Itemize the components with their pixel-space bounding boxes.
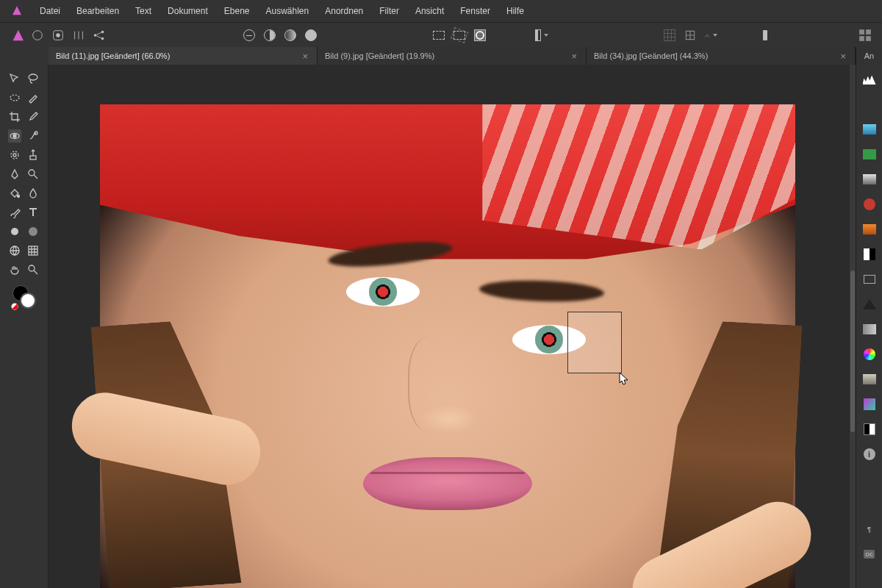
left-toolbox xyxy=(0,65,49,588)
menu-ebene[interactable]: Ebene xyxy=(224,6,250,16)
doctab-0[interactable]: Bild (11).jpg [Geändert] (66.0%) × xyxy=(49,47,318,65)
shape-tool[interactable] xyxy=(8,225,21,238)
close-icon[interactable]: × xyxy=(839,51,847,62)
pen-tool[interactable] xyxy=(8,168,21,181)
assistant-dropdown[interactable] xyxy=(704,29,717,42)
nav-thumb-icon[interactable] xyxy=(862,272,877,287)
scrollbar-thumb[interactable] xyxy=(850,270,855,432)
swatch-patch[interactable] xyxy=(862,372,877,387)
color-wheel-icon[interactable] xyxy=(862,347,877,362)
menu-ansicht[interactable]: Ansicht xyxy=(415,6,444,16)
snap-guides-icon[interactable] xyxy=(684,29,697,42)
close-icon[interactable]: × xyxy=(301,51,309,62)
close-icon[interactable]: × xyxy=(570,51,578,62)
menu-datei[interactable]: Datei xyxy=(40,6,60,16)
oc-panel-icon[interactable]: oc xyxy=(862,547,877,562)
mesh-warp-tool[interactable] xyxy=(8,244,21,257)
flood-fill-tool[interactable] xyxy=(8,187,21,200)
paint-brush-tool[interactable] xyxy=(8,206,21,219)
doctab-1[interactable]: Bild (9).jpg [Geändert] (19.9%) × xyxy=(318,47,587,65)
zoom-tool[interactable] xyxy=(26,263,40,276)
fill-preview-dropdown[interactable] xyxy=(535,29,548,42)
selection-brush-tool[interactable] xyxy=(8,148,21,162)
brush-tool[interactable] xyxy=(26,91,40,104)
svg-point-21 xyxy=(29,227,37,236)
cursor-icon xyxy=(619,372,629,387)
menu-auswaehlen[interactable]: Auswählen xyxy=(265,6,309,16)
svg-point-11 xyxy=(10,95,19,101)
persona-photo-icon[interactable] xyxy=(10,29,24,42)
svg-point-24 xyxy=(29,265,35,271)
selection-cross-icon[interactable] xyxy=(453,29,466,42)
svg-rect-8 xyxy=(859,36,864,41)
menu-bearbeiten[interactable]: Bearbeiten xyxy=(76,6,119,16)
red-eye-selection-box[interactable] xyxy=(567,312,622,373)
persona-liquify-icon[interactable] xyxy=(31,29,44,42)
histogram-panel-icon[interactable] xyxy=(862,72,877,87)
svg-rect-17 xyxy=(30,156,36,159)
dodge-tool[interactable] xyxy=(26,168,40,181)
snap-grid-icon[interactable] xyxy=(663,29,676,42)
svg-point-13 xyxy=(13,135,16,137)
asset-tool[interactable] xyxy=(26,244,40,257)
doctab-2[interactable]: Bild (34).jpg [Geändert] (44.3%) × xyxy=(587,47,856,65)
swatch-bw[interactable] xyxy=(862,247,877,262)
ellipse-marquee-tool[interactable] xyxy=(8,91,21,104)
color-picker-tool[interactable] xyxy=(26,110,40,123)
blur-tool[interactable] xyxy=(26,187,40,200)
grad-ramp-desat[interactable] xyxy=(862,322,877,337)
panel-overflow-tab[interactable]: An xyxy=(856,47,882,65)
pan-tool[interactable] xyxy=(8,263,21,276)
app-logo-icon xyxy=(10,4,24,18)
arrange-panels-icon[interactable] xyxy=(858,29,872,42)
menu-dokument[interactable]: Dokument xyxy=(168,6,208,16)
grad-ramp-dark[interactable] xyxy=(862,297,877,312)
swatch-green[interactable] xyxy=(862,147,877,162)
tonal-gradient-icon[interactable] xyxy=(284,29,297,42)
color-foreground-background[interactable] xyxy=(12,285,36,309)
selection-rect-icon[interactable] xyxy=(432,29,445,42)
document-canvas[interactable] xyxy=(100,104,795,588)
help-info-icon[interactable] xyxy=(759,29,772,42)
circle-red-icon[interactable] xyxy=(862,197,877,212)
quick-mask-icon[interactable] xyxy=(473,29,487,42)
tonal-full-icon[interactable] xyxy=(304,29,318,42)
color-foreground-swatch[interactable] xyxy=(20,293,36,309)
text-tool[interactable] xyxy=(26,206,40,219)
color-default-icon[interactable] xyxy=(11,303,18,310)
canvas-viewport[interactable] xyxy=(49,65,856,588)
red-eye-tool[interactable] xyxy=(8,129,21,143)
swatch-gray[interactable] xyxy=(862,172,877,187)
persona-tone-icon[interactable] xyxy=(72,29,85,42)
menu-text[interactable]: Text xyxy=(135,6,151,16)
swatches-panel-icon[interactable] xyxy=(862,97,877,112)
channels-panel-icon[interactable] xyxy=(862,472,877,487)
tonal-target-icon[interactable] xyxy=(243,29,256,42)
menu-hilfe[interactable]: Hilfe xyxy=(506,6,524,16)
lasso-tool[interactable] xyxy=(26,72,40,85)
presets-panel-icon[interactable] xyxy=(862,497,877,512)
menu-filter[interactable]: Filter xyxy=(379,6,399,16)
contrast-bw-icon[interactable] xyxy=(862,422,877,437)
vertical-scrollbar[interactable] xyxy=(850,65,856,588)
doctab-label: Bild (11).jpg [Geändert] (66.0%) xyxy=(56,51,170,60)
menu-anordnen[interactable]: Anordnen xyxy=(325,6,363,16)
gradient-xy-icon[interactable] xyxy=(862,397,877,412)
swatch-orange[interactable] xyxy=(862,222,877,237)
clone-tool[interactable] xyxy=(26,148,40,162)
swatch-blue[interactable] xyxy=(862,122,877,137)
persona-develop-icon[interactable] xyxy=(51,29,65,42)
persona-export-icon[interactable] xyxy=(93,29,106,42)
doctab-label: Bild (9).jpg [Geändert] (19.9%) xyxy=(325,51,434,60)
tonal-halftone-icon[interactable] xyxy=(263,29,276,42)
crop-tool[interactable] xyxy=(8,110,21,123)
svg-rect-6 xyxy=(859,29,864,35)
info-panel-icon[interactable]: i xyxy=(862,447,877,462)
gradient-tool[interactable] xyxy=(26,225,40,238)
menu-fenster[interactable]: Fenster xyxy=(460,6,490,16)
retouch-brush-tool[interactable] xyxy=(26,129,40,143)
menu-bar: Datei Bearbeiten Text Dokument Ebene Aus… xyxy=(0,0,882,22)
paragraph-panel-icon[interactable]: ¶ xyxy=(862,522,877,537)
move-tool[interactable] xyxy=(8,72,21,85)
svg-point-16 xyxy=(13,154,16,157)
